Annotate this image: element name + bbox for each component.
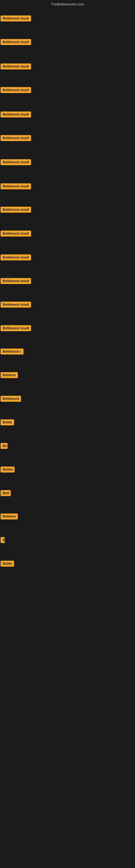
bottleneck-badge-row-15: Bottleneck r <box>1 348 24 355</box>
bottleneck-badge[interactable]: Bottleneck result <box>1 278 31 284</box>
bottleneck-badge-row-7: Bottleneck result <box>1 159 31 166</box>
bottleneck-badge[interactable]: Bottleneck result <box>1 230 31 237</box>
bottleneck-badge-row-21: Bott <box>1 490 11 497</box>
bottleneck-badge[interactable]: Bottleneck result <box>1 302 31 308</box>
bottleneck-badge-row-4: Bottleneck result <box>1 87 31 94</box>
bottleneck-badge[interactable]: Bott <box>1 490 11 496</box>
bottleneck-badge-row-19: Bo <box>1 443 8 450</box>
bottleneck-badge-row-18: Bottle <box>1 420 14 426</box>
bottleneck-badge-row-11: Bottleneck result <box>1 254 31 261</box>
bottleneck-badge[interactable]: Bottleneck result <box>1 325 31 331</box>
bottleneck-badge-row-17: Bottleneck <box>1 396 21 403</box>
bottleneck-badge-row-6: Bottleneck result <box>1 135 31 142</box>
bottleneck-badge[interactable]: Bottleneck result <box>1 39 31 45</box>
bottleneck-badge-row-16: Bottlene <box>1 372 18 379</box>
site-header: TheBottlenecker.com <box>0 0 135 7</box>
bottleneck-badge[interactable]: Bottleneck result <box>1 207 31 213</box>
bottleneck-badge-row-24: Bottle <box>1 561 14 568</box>
bottleneck-badge[interactable]: Bottleneck result <box>1 183 31 189</box>
bottleneck-badge-row-22: Bottlene <box>1 514 18 521</box>
bottleneck-badge[interactable]: Bottleneck result <box>1 254 31 260</box>
bottleneck-badge-row-1: Bottleneck result <box>1 16 31 23</box>
bottleneck-badge[interactable]: Bottleneck <box>1 396 21 402</box>
bottleneck-badge-row-3: Bottleneck result <box>1 63 31 70</box>
bottleneck-badge[interactable]: Bottle <box>1 561 14 567</box>
bottleneck-badge[interactable]: B <box>1 537 5 543</box>
bottleneck-badge-row-14: Bottleneck result <box>1 325 31 332</box>
bottleneck-badge[interactable]: Bottle <box>1 420 14 425</box>
bottleneck-badge-row-5: Bottleneck result <box>1 112 31 119</box>
bottleneck-badge[interactable]: Bottler <box>1 467 14 472</box>
bottleneck-badge-row-13: Bottleneck result <box>1 302 31 309</box>
bottleneck-badge[interactable]: Bottlene <box>1 372 18 378</box>
bottleneck-badge[interactable]: Bottlene <box>1 514 18 520</box>
bottleneck-badge[interactable]: Bottleneck result <box>1 16 31 22</box>
bottleneck-badge-row-10: Bottleneck result <box>1 230 31 238</box>
bottleneck-badge-row-9: Bottleneck result <box>1 207 31 214</box>
bottleneck-badge[interactable]: Bo <box>1 443 8 449</box>
bottleneck-badge[interactable]: Bottleneck result <box>1 63 31 69</box>
bottleneck-badge-row-8: Bottleneck result <box>1 183 31 190</box>
bottleneck-badge[interactable]: Bottleneck result <box>1 159 31 165</box>
bottleneck-badge[interactable]: Bottleneck r <box>1 348 24 354</box>
bottleneck-badge-row-12: Bottleneck result <box>1 278 31 285</box>
bottleneck-badge-row-20: Bottler <box>1 467 14 474</box>
bottleneck-badge-row-2: Bottleneck result <box>1 39 31 46</box>
bottleneck-badge[interactable]: Bottleneck result <box>1 87 31 93</box>
bottleneck-badge[interactable]: Bottleneck result <box>1 135 31 141</box>
bottleneck-badge-row-23: B <box>1 537 5 544</box>
bottleneck-badge[interactable]: Bottleneck result <box>1 112 31 118</box>
